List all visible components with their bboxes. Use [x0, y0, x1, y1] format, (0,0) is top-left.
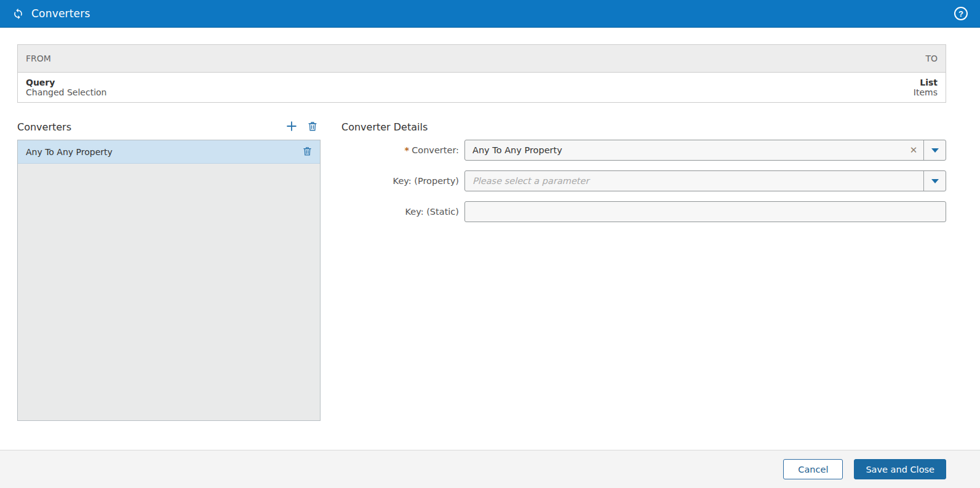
from-secondary-text: Changed Selection [26, 87, 106, 97]
add-converter-button[interactable] [284, 119, 300, 135]
title-bar: Converters ? [0, 0, 980, 28]
key-property-input[interactable] [465, 171, 923, 191]
sync-icon [12, 8, 24, 20]
panels-region: Converters [17, 118, 946, 421]
clear-icon[interactable]: ✕ [904, 140, 923, 160]
converter-details-panel: Converter Details *Converter: ✕ Key: (Pr… [341, 118, 946, 421]
details-panel-header: Converter Details [341, 118, 946, 136]
key-property-label: Key: (Property) [341, 176, 464, 186]
key-property-dropdown-button[interactable] [923, 171, 946, 191]
plus-icon [285, 119, 298, 135]
from-primary-text: Query [26, 78, 106, 87]
converters-panel: Converters [17, 118, 321, 421]
to-column-header: TO [925, 54, 938, 63]
save-and-close-button[interactable]: Save and Close [854, 459, 946, 479]
trash-icon [302, 146, 313, 158]
mapping-table: FROM TO Query Changed Selection List Ite… [17, 44, 946, 103]
converter-dropdown-button[interactable] [923, 140, 946, 160]
details-panel-title: Converter Details [341, 121, 428, 133]
delete-converter-button[interactable] [305, 119, 321, 135]
trash-icon [307, 121, 318, 134]
converter-input[interactable] [465, 140, 904, 160]
key-static-field [464, 201, 946, 222]
chevron-down-icon [931, 179, 939, 183]
chevron-down-icon [931, 148, 939, 153]
mapping-table-header: FROM TO [18, 45, 946, 73]
required-marker: * [405, 145, 410, 155]
from-cell: Query Changed Selection [26, 78, 106, 97]
to-secondary-text: Items [914, 87, 938, 97]
key-static-label: Key: (Static) [341, 207, 464, 217]
converter-item-label: Any To Any Property [26, 147, 300, 157]
key-static-input[interactable] [465, 202, 946, 222]
converter-field-label: *Converter: [341, 145, 464, 155]
converter-field-row: *Converter: ✕ [341, 140, 946, 161]
converter-list-item[interactable]: Any To Any Property [18, 140, 320, 164]
main-content: FROM TO Query Changed Selection List Ite… [0, 28, 980, 450]
from-column-header: FROM [26, 54, 51, 63]
footer-bar: Cancel Save and Close [0, 450, 980, 488]
help-icon[interactable]: ? [954, 7, 968, 20]
mapping-table-row: Query Changed Selection List Items [18, 73, 946, 102]
cancel-button[interactable]: Cancel [783, 459, 843, 479]
converters-panel-title: Converters [17, 121, 71, 133]
converters-panel-header: Converters [17, 118, 321, 136]
converter-combobox: ✕ [464, 140, 946, 161]
to-cell: List Items [914, 78, 938, 97]
key-static-field-row: Key: (Static) [341, 201, 946, 222]
page-title: Converters [31, 7, 90, 20]
converter-list: Any To Any Property [17, 140, 321, 421]
converter-label-text: Converter: [412, 145, 459, 155]
delete-item-button[interactable] [300, 145, 314, 159]
key-property-combobox [464, 170, 946, 191]
key-property-field-row: Key: (Property) [341, 170, 946, 191]
to-primary-text: List [914, 78, 938, 87]
